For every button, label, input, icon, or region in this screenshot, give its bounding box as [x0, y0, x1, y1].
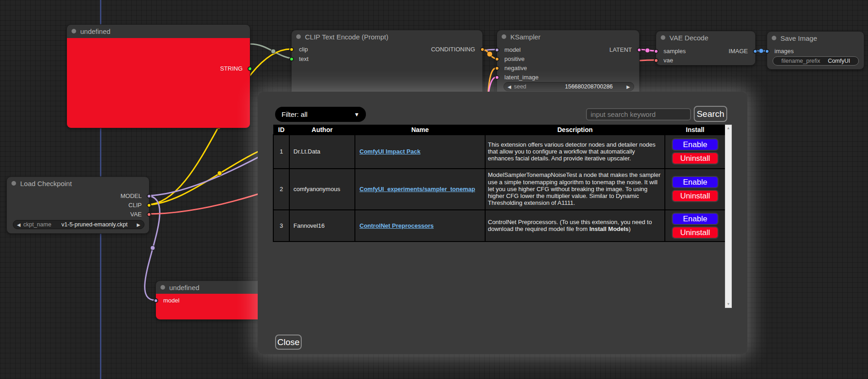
ckpt-prev-icon[interactable]: ◀ — [17, 222, 21, 227]
uninstall-button[interactable]: Uninstall — [672, 190, 719, 202]
extension-manager-dialog: Filter: all ▼ Search ID Author Name Desc… — [258, 92, 747, 354]
wire-midpoint-dot — [645, 48, 650, 53]
header-description: Description — [485, 125, 665, 135]
extension-link[interactable]: ControlNet Preprocessors — [359, 222, 434, 229]
model-input-port[interactable] — [495, 48, 499, 52]
node-title-bar: undefined — [67, 25, 250, 38]
filter-select[interactable]: Filter: all ▼ — [275, 107, 366, 122]
error-node-body — [67, 38, 250, 128]
collapse-dot-icon[interactable] — [11, 181, 16, 186]
input-label-vae: vae — [663, 57, 673, 64]
output-label-string: STRING — [220, 65, 243, 72]
ckpt-name-widget[interactable]: ◀ ckpt_name v1-5-pruned-emaonly.ckpt ▶ — [13, 220, 144, 229]
wire-midpoint-dot — [487, 51, 492, 57]
input-label-text: text — [299, 55, 309, 62]
filename-prefix-value: ComfyUI — [828, 58, 850, 64]
enable-button[interactable]: Enable — [672, 213, 719, 225]
input-label-clip: clip — [299, 46, 308, 53]
collapse-dot-icon[interactable] — [296, 34, 301, 39]
close-button[interactable]: Close — [275, 335, 302, 350]
model-output-port[interactable] — [147, 194, 151, 198]
collapse-dot-icon[interactable] — [502, 34, 506, 39]
conditioning-output-port[interactable] — [480, 47, 485, 52]
enable-button[interactable]: Enable — [672, 176, 719, 188]
seed-increment-icon[interactable]: ▶ — [626, 84, 630, 89]
wire-midpoint-dot — [150, 246, 155, 250]
output-label-model: MODEL — [121, 192, 142, 199]
seed-label: seed — [514, 83, 526, 90]
node-title: VAE Decode — [669, 34, 708, 42]
extension-table: ID Author Name Description Install 1 Dr.… — [273, 125, 726, 242]
scroll-up-icon[interactable]: ▲ — [725, 126, 731, 131]
vae-input-port[interactable] — [654, 58, 658, 63]
node-load-checkpoint[interactable]: Load Checkpoint MODEL CLIP VAE ◀ ckpt_na… — [6, 176, 149, 234]
node-title-bar: KSampler — [497, 30, 639, 43]
node-title: KSampler — [510, 33, 541, 41]
latent-image-input-port[interactable] — [495, 75, 499, 80]
ckpt-next-icon[interactable]: ▶ — [137, 222, 140, 227]
filename-prefix-label: filename_prefix — [781, 58, 820, 64]
cell-description: ControlNet Preprocessors. (To use this e… — [485, 210, 665, 242]
samples-input-port[interactable] — [654, 49, 658, 54]
cell-author: Dr.Lt.Data — [289, 135, 355, 169]
collapse-dot-icon[interactable] — [772, 36, 776, 40]
wire-midpoint-dot — [271, 49, 276, 54]
table-header-row: ID Author Name Description Install — [273, 125, 725, 135]
output-label-conditioning: CONDITIONING — [431, 46, 475, 53]
node-title-bar: VAE Decode — [656, 31, 755, 44]
enable-button[interactable]: Enable — [672, 138, 719, 151]
chevron-down-icon: ▼ — [354, 111, 359, 118]
node-title: undefined — [169, 284, 199, 291]
positive-input-port[interactable] — [495, 57, 499, 61]
node-undefined-top[interactable]: undefined STRING — [66, 24, 250, 128]
uninstall-button[interactable]: Uninstall — [672, 226, 719, 239]
input-label-positive: positive — [504, 55, 525, 62]
input-label-model: model — [163, 297, 179, 304]
table-row: 3 Fannovel16 ControlNet Preprocessors Co… — [273, 210, 725, 242]
image-output-port[interactable] — [753, 49, 757, 54]
input-label-latent-image: latent_image — [504, 74, 538, 81]
extension-table-container: ID Author Name Description Install 1 Dr.… — [273, 125, 733, 308]
table-scrollbar[interactable]: ▲ ▼ — [725, 125, 732, 308]
ckpt-name-value: v1-5-pruned-emaonly.ckpt — [61, 221, 127, 228]
node-title-bar: Load Checkpoint — [7, 177, 149, 190]
clip-input-port[interactable] — [289, 47, 294, 52]
seed-widget[interactable]: ◀ seed 156680208700286 ▶ — [503, 82, 634, 91]
node-title-bar: Save Image — [767, 32, 864, 44]
cell-id: 3 — [273, 210, 289, 242]
collapse-dot-icon[interactable] — [160, 285, 165, 290]
cell-description: ModelSamplerTonemapNoiseTest a node that… — [485, 169, 665, 210]
string-output-port[interactable] — [248, 66, 252, 71]
model-input-port[interactable] — [154, 298, 158, 303]
node-vae-decode[interactable]: VAE Decode samples vae IMAGE — [656, 31, 756, 66]
extension-link[interactable]: ComfyUI Impact Pack — [359, 148, 420, 155]
vae-output-port[interactable] — [147, 212, 151, 217]
node-clip-text-encode[interactable]: CLIP Text Encode (Prompt) clip text COND… — [291, 30, 483, 96]
node-ksampler[interactable]: KSampler model positive negative latent_… — [497, 30, 640, 95]
extension-link[interactable]: ComfyUI_experiments/sampler_tonemap — [359, 186, 475, 192]
input-label-images: images — [774, 48, 794, 55]
header-install: Install — [665, 125, 725, 135]
collapse-dot-icon[interactable] — [72, 29, 76, 33]
table-row: 1 Dr.Lt.Data ComfyUI Impact Pack This ex… — [273, 135, 725, 169]
node-title: CLIP Text Encode (Prompt) — [305, 33, 388, 41]
text-input-port[interactable] — [289, 57, 294, 61]
seed-decrement-icon[interactable]: ◀ — [508, 84, 511, 89]
input-label-negative: negative — [504, 65, 527, 71]
node-title: Save Image — [780, 34, 817, 42]
scroll-down-icon[interactable]: ▼ — [725, 302, 731, 307]
negative-input-port[interactable] — [495, 66, 499, 71]
images-input-port[interactable] — [765, 49, 769, 54]
ckpt-name-label: ckpt_name — [23, 221, 51, 228]
node-title: Load Checkpoint — [20, 180, 72, 187]
collapse-dot-icon[interactable] — [661, 35, 665, 40]
clip-output-port[interactable] — [147, 203, 151, 208]
filter-select-value: Filter: all — [282, 110, 308, 118]
uninstall-button[interactable]: Uninstall — [672, 152, 719, 165]
node-title: undefined — [80, 27, 111, 35]
filename-prefix-widget[interactable]: filename_prefix ComfyUI — [773, 56, 859, 66]
search-button[interactable]: Search — [694, 106, 727, 122]
node-save-image[interactable]: Save Image images filename_prefix ComfyU… — [767, 31, 864, 70]
search-input[interactable] — [586, 108, 691, 121]
latent-output-port[interactable] — [637, 48, 641, 52]
